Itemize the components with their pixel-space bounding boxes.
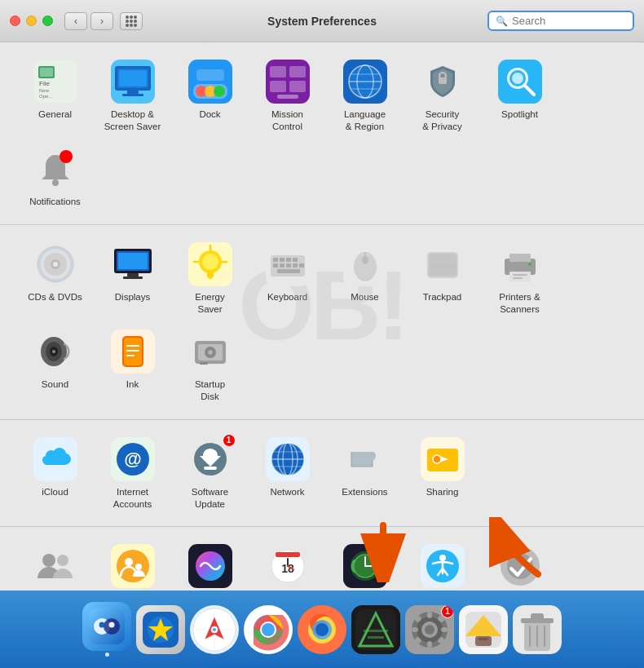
svg-point-46 <box>53 262 58 267</box>
grid-view-button[interactable] <box>120 12 143 30</box>
pref-printers[interactable]: Printers &Scanners <box>481 235 558 322</box>
pref-siri[interactable]: Siri <box>171 537 249 591</box>
pref-extensions[interactable]: Extensions <box>326 430 404 517</box>
svg-text:New: New <box>39 88 50 93</box>
dock-item-safari[interactable] <box>190 605 239 654</box>
svg-rect-122 <box>33 544 77 588</box>
pixelmator-icon <box>351 605 400 654</box>
energy-icon <box>187 241 233 287</box>
search-box[interactable]: 🔍 <box>487 11 634 31</box>
dock-item-firefox[interactable] <box>298 605 346 654</box>
mouse-icon <box>342 241 388 287</box>
dock-item-chrome[interactable] <box>244 605 293 654</box>
svg-point-76 <box>362 256 368 264</box>
pref-energy[interactable]: EnergySaver <box>171 235 249 322</box>
spotlight-icon <box>497 59 543 104</box>
nav-buttons: ‹ › <box>64 12 113 30</box>
displays-label: Displays <box>115 291 150 303</box>
dock-item-sysprefs[interactable]: 1 <box>405 605 454 654</box>
svg-point-87 <box>528 263 532 266</box>
installer-icon <box>459 605 508 654</box>
maximize-button[interactable] <box>42 15 53 26</box>
close-button[interactable] <box>10 15 20 26</box>
trackpad-label: Trackpad <box>423 291 462 303</box>
ink-icon <box>110 329 156 374</box>
pref-keyboard[interactable]: Keyboard <box>249 235 326 322</box>
pref-users[interactable]: Users &Groups <box>16 537 94 591</box>
pref-network[interactable]: Network <box>249 430 326 517</box>
pref-notifications[interactable]: Notifications <box>16 139 94 215</box>
minimize-button[interactable] <box>26 15 37 26</box>
pref-trackpad[interactable]: Trackpad <box>404 235 481 322</box>
startup-label: StartupDisk <box>195 378 225 403</box>
dock-item-finder[interactable] <box>82 602 131 657</box>
svg-point-167 <box>213 628 216 631</box>
parental-icon <box>110 543 156 589</box>
firefox-icon <box>298 605 346 654</box>
pref-language[interactable]: Language& Region <box>326 52 404 139</box>
pref-sound[interactable]: Sound <box>16 322 94 409</box>
svg-rect-188 <box>412 627 418 632</box>
safari-icon <box>190 605 239 654</box>
pref-mouse[interactable]: Mouse <box>326 235 404 322</box>
pref-datetime[interactable]: 18 Date & Time <box>249 537 326 591</box>
svg-point-40 <box>52 179 59 186</box>
pref-dock[interactable]: Dock <box>171 52 249 139</box>
dock-label: Dock <box>199 108 220 121</box>
svg-rect-197 <box>475 636 492 646</box>
pref-security[interactable]: Security& Privacy <box>404 52 481 139</box>
pref-sharing[interactable]: Sharing <box>404 430 481 517</box>
pref-icloud[interactable]: iCloud <box>16 430 94 517</box>
pref-parental[interactable]: ParentalControls <box>94 537 171 591</box>
back-button[interactable]: ‹ <box>64 12 87 30</box>
svg-rect-50 <box>118 253 148 269</box>
security-icon <box>420 59 465 104</box>
svg-rect-187 <box>427 641 432 648</box>
dock-item-launchpad[interactable] <box>136 605 185 654</box>
notifications-icon <box>33 146 78 192</box>
search-input[interactable] <box>512 15 626 27</box>
energy-label: EnergySaver <box>195 291 224 316</box>
hardware-icons-row: CDs & DVDs Displays <box>16 235 628 409</box>
section-personal: File New Ope... General <box>0 42 644 225</box>
svg-point-16 <box>214 86 225 97</box>
accessibility-icon <box>420 543 465 589</box>
network-icon <box>265 436 311 482</box>
pref-desktop[interactable]: Desktop &Screen Saver <box>94 52 171 139</box>
dock-icon-pref <box>187 59 233 104</box>
icloud-label: iCloud <box>42 486 68 498</box>
network-label: Network <box>270 486 304 498</box>
pref-displays[interactable]: Displays <box>94 235 171 322</box>
pref-internet[interactable]: @ InternetAccounts <box>94 430 171 517</box>
sysprefs-dock-icon: 1 <box>405 605 454 654</box>
svg-rect-189 <box>441 627 448 632</box>
pref-software[interactable]: 1 SoftwareUpdate <box>171 430 249 517</box>
keyboard-label: Keyboard <box>267 291 307 303</box>
users-icon <box>33 543 78 589</box>
svg-rect-22 <box>289 81 306 92</box>
svg-rect-65 <box>286 258 291 262</box>
dock-item-pixelmator[interactable] <box>351 605 400 654</box>
dock-item-installer[interactable] <box>459 605 508 654</box>
pref-spotlight[interactable]: Spotlight <box>481 52 558 139</box>
pref-cds[interactable]: CDs & DVDs <box>16 235 94 322</box>
forward-button[interactable]: › <box>90 12 113 30</box>
software-label: SoftwareUpdate <box>192 486 228 511</box>
general-label: General <box>38 108 72 121</box>
svg-point-124 <box>57 555 68 566</box>
dock-item-trash[interactable] <box>513 605 562 654</box>
pref-general[interactable]: File New Ope... General <box>16 52 94 139</box>
svg-point-92 <box>52 350 55 353</box>
svg-rect-51 <box>127 273 139 276</box>
pref-startup[interactable]: StartupDisk <box>171 322 249 409</box>
extensions-label: Extensions <box>342 486 387 498</box>
section-internet: iCloud @ InternetAccounts <box>0 420 644 528</box>
svg-rect-198 <box>479 638 488 640</box>
svg-point-41 <box>60 150 73 163</box>
security-label: Security& Privacy <box>422 108 462 133</box>
pref-ink[interactable]: Ink <box>94 322 171 409</box>
sysprefs-badge: 1 <box>441 605 454 618</box>
startup-icon <box>187 329 233 374</box>
svg-rect-71 <box>299 263 304 268</box>
pref-mission[interactable]: MissionControl <box>249 52 326 139</box>
